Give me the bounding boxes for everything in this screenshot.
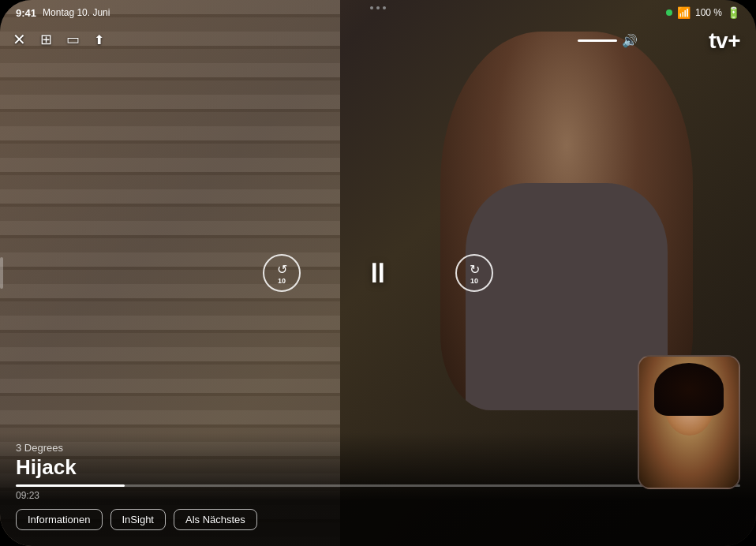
status-bar: 9:41 Montag 10. Juni 📶 100 % 🔋 xyxy=(0,0,756,25)
action-buttons: Informationen InSight Als Nächstes xyxy=(16,509,740,530)
status-time: 9:41 xyxy=(16,7,36,19)
volume-icon[interactable]: 🔊 xyxy=(622,33,638,48)
forward-button[interactable]: ↻ 10 xyxy=(455,254,493,292)
pause-button[interactable]: ⏸ xyxy=(364,256,392,290)
info-button[interactable]: Informationen xyxy=(16,509,103,530)
wifi-icon: 📶 xyxy=(677,6,691,19)
next-button[interactable]: Als Nächstes xyxy=(174,509,257,530)
progress-bar-container[interactable] xyxy=(16,484,740,487)
facetime-person-video xyxy=(639,357,739,488)
charging-indicator xyxy=(666,9,672,16)
status-date: Montag 10. Juni xyxy=(43,7,110,18)
scene-person xyxy=(440,32,693,410)
show-title: Hijack xyxy=(16,455,740,480)
rewind-arrow: ↺ xyxy=(277,262,287,277)
rewind-button[interactable]: ↺ 10 xyxy=(263,254,301,292)
insight-button[interactable]: InSight xyxy=(110,509,166,530)
appletv-text: tv+ xyxy=(709,28,740,54)
playback-controls: ↺ 10 ⏸ ↻ 10 xyxy=(263,254,493,292)
time-display: 09:23 xyxy=(16,490,740,501)
device-frame: 9:41 Montag 10. Juni 📶 100 % 🔋 ✕ ⊞ ▭ ⬆ 🔊… xyxy=(0,0,756,546)
status-right: 📶 100 % 🔋 xyxy=(666,6,740,19)
pip-button[interactable]: ⊞ xyxy=(40,31,52,48)
battery-percent: 100 % xyxy=(695,7,722,18)
progress-bar-fill xyxy=(16,484,125,487)
forward-label: 10 xyxy=(470,277,478,285)
facetime-overlay[interactable] xyxy=(638,355,740,489)
volume-control: 🔊 xyxy=(578,33,638,48)
forward-arrow: ↻ xyxy=(470,262,480,277)
side-handle xyxy=(0,257,3,289)
volume-bar[interactable] xyxy=(578,39,617,42)
appletv-logo: tv+ xyxy=(707,28,740,54)
airplay-button[interactable]: ▭ xyxy=(66,31,80,48)
show-subtitle: 3 Degrees xyxy=(16,442,740,454)
top-controls: ✕ ⊞ ▭ ⬆ xyxy=(13,30,104,49)
close-button[interactable]: ✕ xyxy=(13,30,26,49)
battery-icon: 🔋 xyxy=(727,6,740,19)
share-button[interactable]: ⬆ xyxy=(94,32,104,47)
rewind-label: 10 xyxy=(278,277,286,285)
